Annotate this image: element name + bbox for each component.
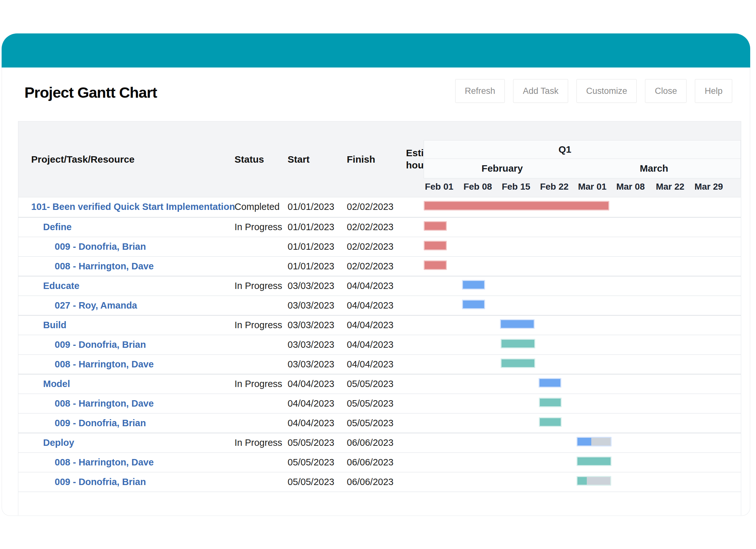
gantt-bar-segment-red bbox=[425, 202, 608, 210]
start-date: 04/04/2023 bbox=[288, 374, 334, 394]
table-row: DefineIn Progress01/01/202302/02/2023 bbox=[18, 217, 741, 237]
task-link[interactable]: Model bbox=[43, 374, 70, 394]
task-link[interactable]: 008 - Harrington, Dave bbox=[55, 355, 154, 374]
start-date: 03/03/2023 bbox=[288, 316, 334, 335]
estimated-hours-line2: hou bbox=[406, 159, 424, 171]
finish-date: 04/04/2023 bbox=[347, 276, 393, 296]
gantt-bar[interactable] bbox=[424, 201, 609, 211]
gantt-bar[interactable] bbox=[539, 417, 562, 427]
task-link[interactable]: 009 - Donofria, Brian bbox=[55, 414, 146, 433]
gantt-bar[interactable] bbox=[539, 398, 562, 407]
toolbar: RefreshAdd TaskCustomizeCloseHelp bbox=[455, 79, 732, 103]
col-header-status[interactable]: Status bbox=[235, 122, 264, 197]
gantt-bar[interactable] bbox=[501, 339, 535, 348]
gantt-bar[interactable] bbox=[462, 299, 485, 309]
gantt-bar-segment-teal bbox=[502, 340, 534, 347]
start-date: 01/01/2023 bbox=[288, 237, 334, 257]
page: Project Gantt Chart RefreshAdd TaskCusto… bbox=[0, 0, 756, 549]
task-link[interactable]: 009 - Donofria, Brian bbox=[55, 335, 146, 355]
gantt-bar[interactable] bbox=[424, 241, 447, 251]
tick-label-feb-01: Feb 01 bbox=[425, 179, 454, 197]
start-date: 03/03/2023 bbox=[288, 296, 334, 316]
status-value: In Progress bbox=[235, 433, 282, 453]
finish-date: 04/04/2023 bbox=[347, 355, 393, 374]
task-link[interactable]: Define bbox=[43, 218, 72, 237]
table-row: 008 - Harrington, Dave03/03/202304/04/20… bbox=[18, 354, 741, 374]
table-row: BuildIn Progress03/03/202304/04/2023 bbox=[18, 315, 741, 334]
customize-button[interactable]: Customize bbox=[576, 79, 637, 103]
table-row: 008 - Harrington, Dave04/04/202305/05/20… bbox=[18, 393, 741, 413]
estimated-hours-line1: Esti bbox=[406, 147, 424, 159]
table-row: 101- Been verified Quick Start Implement… bbox=[18, 197, 741, 217]
task-link[interactable]: 008 - Harrington, Dave bbox=[55, 257, 154, 276]
timeline-cell bbox=[424, 197, 741, 217]
task-link[interactable]: Educate bbox=[43, 276, 79, 296]
gantt-bar-segment-blue bbox=[577, 438, 591, 445]
timeline-cell bbox=[424, 453, 741, 472]
close-button[interactable]: Close bbox=[645, 79, 687, 103]
gantt-bar[interactable] bbox=[539, 378, 561, 388]
finish-date: 05/05/2023 bbox=[347, 394, 393, 414]
tick-label-feb-22: Feb 22 bbox=[540, 179, 569, 197]
task-link[interactable]: 101- Been verified Quick Start Implement… bbox=[31, 197, 235, 217]
col-header-finish[interactable]: Finish bbox=[347, 122, 375, 197]
gantt-bar-segment-teal bbox=[540, 418, 561, 426]
timeline-cell bbox=[424, 335, 741, 355]
table-row: 008 - Harrington, Dave01/01/202302/02/20… bbox=[18, 256, 741, 276]
page-title: Project Gantt Chart bbox=[24, 84, 157, 101]
start-date: 05/05/2023 bbox=[288, 453, 334, 472]
task-link[interactable]: 027 - Roy, Amanda bbox=[55, 296, 137, 316]
start-date: 01/01/2023 bbox=[288, 218, 334, 237]
col-header-task[interactable]: Project/Task/Resource bbox=[31, 122, 134, 197]
task-link[interactable]: Deploy bbox=[43, 433, 74, 453]
gantt-bar[interactable] bbox=[576, 437, 612, 446]
gantt-bar[interactable] bbox=[424, 261, 447, 270]
finish-date: 06/06/2023 bbox=[347, 453, 393, 472]
start-date: 01/01/2023 bbox=[288, 257, 334, 276]
tick-label-mar-01: Mar 01 bbox=[578, 179, 607, 197]
help-button[interactable]: Help bbox=[695, 79, 732, 103]
timeline-cell bbox=[424, 414, 741, 433]
timeline-cell bbox=[424, 218, 741, 237]
empty-row bbox=[18, 491, 741, 516]
table-row: 009 - Donofria, Brian01/01/202302/02/202… bbox=[18, 237, 741, 256]
col-header-estimated-hours[interactable]: Esti hou bbox=[406, 147, 424, 173]
finish-date: 04/04/2023 bbox=[347, 335, 393, 355]
header-accent-bar bbox=[2, 33, 750, 68]
refresh-button[interactable]: Refresh bbox=[455, 79, 505, 103]
start-date: 04/04/2023 bbox=[288, 414, 334, 433]
add-task-button[interactable]: Add Task bbox=[513, 79, 568, 103]
gantt-bar-segment-teal bbox=[502, 359, 534, 367]
start-date: 03/03/2023 bbox=[288, 335, 334, 355]
finish-date: 02/02/2023 bbox=[347, 257, 393, 276]
gantt-bar[interactable] bbox=[501, 358, 535, 368]
start-date: 04/04/2023 bbox=[288, 394, 334, 414]
task-link[interactable]: Build bbox=[43, 316, 67, 335]
month-label-february: February bbox=[482, 159, 523, 178]
timeline-cell bbox=[424, 296, 741, 316]
status-value: Completed bbox=[235, 197, 280, 217]
timeline-cell bbox=[424, 433, 741, 453]
tick-label-mar-22: Mar 22 bbox=[656, 179, 685, 197]
gantt-bar[interactable] bbox=[462, 280, 485, 289]
gantt-bar-segment-teal bbox=[577, 457, 611, 465]
gantt-bar-segment-blue bbox=[501, 320, 534, 328]
col-header-start[interactable]: Start bbox=[288, 122, 309, 197]
gantt-bar[interactable] bbox=[500, 319, 535, 329]
timeline-cell bbox=[424, 355, 741, 374]
task-link[interactable]: 008 - Harrington, Dave bbox=[55, 394, 154, 414]
quarter-label: Q1 bbox=[558, 141, 571, 159]
task-link[interactable]: 009 - Donofria, Brian bbox=[55, 237, 146, 257]
task-link[interactable]: 009 - Donofria, Brian bbox=[55, 472, 146, 492]
gantt-bar[interactable] bbox=[576, 476, 611, 486]
timeline-cell bbox=[424, 257, 741, 276]
start-date: 05/05/2023 bbox=[288, 433, 334, 453]
gantt-bar[interactable] bbox=[424, 221, 447, 231]
gantt-bar[interactable] bbox=[576, 456, 612, 466]
status-value: In Progress bbox=[235, 316, 282, 335]
finish-date: 02/02/2023 bbox=[347, 197, 393, 217]
table-header: Project/Task/Resource Status Start Finis… bbox=[18, 122, 741, 197]
start-date: 05/05/2023 bbox=[288, 472, 334, 492]
finish-date: 05/05/2023 bbox=[347, 414, 393, 433]
task-link[interactable]: 008 - Harrington, Dave bbox=[55, 453, 154, 472]
